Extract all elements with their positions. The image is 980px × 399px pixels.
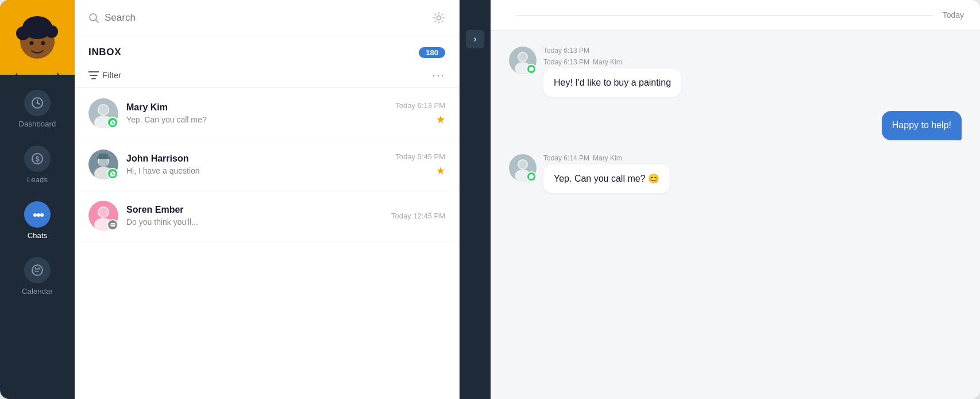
message-whatsapp-badge bbox=[526, 171, 537, 182]
inbox-badge: 180 bbox=[419, 47, 445, 58]
svg-point-5 bbox=[45, 25, 58, 38]
chat-avatar-wrap bbox=[88, 149, 118, 179]
message-row: Today 6:14 PM Mary Kim Yep. Can you call… bbox=[509, 154, 962, 193]
message-bubble-wrap: Happy to help! bbox=[882, 111, 962, 140]
message-preview: Yep. Can you call me? bbox=[126, 115, 387, 124]
dashboard-label: Dashboard bbox=[19, 120, 56, 128]
svg-point-10 bbox=[37, 102, 38, 104]
toggle-panel: › bbox=[460, 0, 491, 399]
message-time: Today 12:45 PM bbox=[391, 212, 445, 220]
svg-point-34 bbox=[111, 224, 112, 225]
svg-point-44 bbox=[519, 160, 527, 168]
svg-rect-6 bbox=[17, 60, 57, 75]
chat-meta: Today 5:45 PM ★ bbox=[395, 152, 445, 177]
message-sender-name: Mary Kim bbox=[593, 154, 622, 162]
filter-icon bbox=[88, 71, 99, 79]
sidebar-item-dashboard[interactable]: Dashboard bbox=[0, 79, 75, 135]
message-preview: Do you think you'll... bbox=[126, 217, 383, 227]
message-bubble-wrap: Today 6:13 PM Today 6:13 PM Mary Kim Hey… bbox=[543, 47, 681, 97]
message-bubble: Yep. Can you call me? 😊 bbox=[543, 164, 670, 193]
message-avatar-wrap bbox=[509, 47, 537, 74]
search-input[interactable] bbox=[105, 12, 427, 24]
svg-point-14 bbox=[37, 213, 40, 217]
message-bubble: Hey! I'd like to buy a painting bbox=[543, 68, 681, 97]
chat-content: John Harrison Hi, I have a question bbox=[126, 154, 387, 175]
svg-point-8 bbox=[41, 41, 45, 45]
filter-label: Filter bbox=[102, 70, 121, 80]
more-options-button[interactable]: ··· bbox=[432, 68, 445, 82]
star-icon[interactable]: ★ bbox=[436, 113, 445, 126]
message-sender-time: Today 6:13 PM bbox=[543, 58, 589, 66]
svg-point-7 bbox=[30, 41, 34, 45]
calendar-label: Calendar bbox=[22, 287, 53, 296]
message-time: Today 6:13 PM bbox=[395, 101, 445, 110]
sidebar-nav: Dashboard $ Leads bbox=[0, 75, 75, 302]
sidebar-item-leads[interactable]: $ Leads bbox=[0, 135, 75, 191]
dashboard-icon bbox=[24, 90, 51, 116]
app-container: Dashboard $ Leads bbox=[0, 0, 980, 399]
svg-point-32 bbox=[99, 208, 108, 217]
sidebar: Dashboard $ Leads bbox=[0, 0, 75, 399]
chat-avatar-wrap bbox=[88, 201, 118, 231]
svg-point-22 bbox=[99, 105, 108, 114]
calendar-icon bbox=[24, 257, 51, 283]
message-whatsapp-badge bbox=[526, 64, 537, 74]
search-icon bbox=[88, 13, 99, 23]
sidebar-item-chats[interactable]: Chats bbox=[0, 191, 75, 247]
svg-point-36 bbox=[113, 224, 114, 225]
star-icon[interactable]: ★ bbox=[436, 164, 445, 177]
today-label: Today bbox=[943, 10, 964, 20]
chat-item[interactable]: John Harrison Hi, I have a question Toda… bbox=[75, 139, 459, 190]
search-bar bbox=[75, 0, 459, 36]
leads-icon: $ bbox=[24, 145, 51, 172]
svg-point-35 bbox=[112, 224, 113, 225]
inbox-title: INBOX bbox=[88, 47, 121, 58]
sidebar-item-calendar[interactable]: Calendar bbox=[0, 247, 75, 302]
message-preview: Hi, I have a question bbox=[126, 166, 387, 175]
chats-label: Chats bbox=[28, 231, 48, 240]
message-time: Today 5:45 PM bbox=[395, 152, 445, 161]
message-bubble-wrap: Today 6:14 PM Mary Kim Yep. Can you call… bbox=[543, 154, 670, 193]
chat-meta: Today 12:45 PM bbox=[391, 212, 445, 220]
message-sender-name: Mary Kim bbox=[593, 58, 622, 66]
message-bubble: Happy to help! bbox=[882, 111, 962, 140]
message-row: Happy to help! bbox=[509, 111, 962, 140]
contact-name: John Harrison bbox=[126, 154, 387, 164]
messages-area: Today 6:13 PM Today 6:13 PM Mary Kim Hey… bbox=[491, 30, 980, 399]
svg-point-4 bbox=[16, 26, 30, 40]
svg-text:$: $ bbox=[35, 155, 40, 163]
settings-icon[interactable] bbox=[433, 11, 445, 24]
sidebar-avatar bbox=[0, 0, 75, 75]
chat-item[interactable]: Soren Ember Do you think you'll... Today… bbox=[75, 190, 459, 241]
sms-badge bbox=[107, 219, 118, 231]
filter-button[interactable]: Filter bbox=[88, 70, 121, 80]
inbox-header: INBOX 180 bbox=[75, 36, 459, 65]
chat-item[interactable]: Mary Kim Yep. Can you call me? Today 6:1… bbox=[75, 88, 459, 139]
contact-name: Soren Ember bbox=[126, 205, 383, 215]
svg-point-18 bbox=[437, 16, 441, 20]
contact-name: Mary Kim bbox=[126, 102, 387, 113]
chat-content: Mary Kim Yep. Can you call me? bbox=[126, 102, 387, 124]
message-meta: Today 6:13 PM bbox=[543, 47, 681, 55]
svg-point-17 bbox=[90, 14, 97, 21]
whatsapp-badge bbox=[107, 168, 118, 179]
chat-panel-header: Today bbox=[491, 0, 980, 30]
chat-avatar-wrap bbox=[88, 98, 118, 128]
whatsapp-badge bbox=[107, 117, 118, 128]
chat-meta: Today 6:13 PM ★ bbox=[395, 101, 445, 126]
svg-point-40 bbox=[519, 53, 527, 61]
chats-icon bbox=[24, 201, 51, 228]
message-sender-time: Today 6:14 PM bbox=[543, 154, 589, 162]
toggle-button[interactable]: › bbox=[466, 30, 484, 48]
inbox-panel: INBOX 180 Filter ··· bbox=[75, 0, 460, 399]
leads-label: Leads bbox=[27, 175, 48, 184]
message-row: Today 6:13 PM Today 6:13 PM Mary Kim Hey… bbox=[509, 47, 962, 97]
header-divider bbox=[516, 15, 933, 16]
chat-list: Mary Kim Yep. Can you call me? Today 6:1… bbox=[75, 88, 459, 399]
svg-point-16 bbox=[32, 265, 43, 275]
chat-content: Soren Ember Do you think you'll... bbox=[126, 205, 383, 227]
chat-panel: Today bbox=[491, 0, 980, 399]
filter-bar: Filter ··· bbox=[75, 65, 459, 88]
message-avatar-wrap bbox=[509, 154, 537, 182]
svg-rect-28 bbox=[99, 154, 108, 159]
